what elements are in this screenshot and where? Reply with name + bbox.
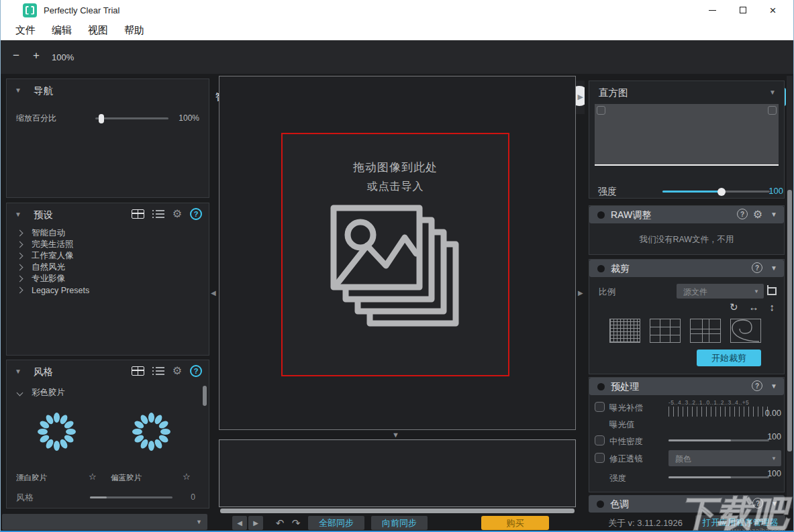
gear-icon[interactable]: ⚙ bbox=[172, 209, 182, 219]
maximize-button[interactable] bbox=[728, 0, 758, 20]
slider-knob[interactable] bbox=[99, 114, 104, 123]
style-thumb-label[interactable]: 漂白胶片 bbox=[16, 473, 47, 483]
right-panel-scrollbar[interactable] bbox=[787, 76, 793, 509]
section-enabled-led[interactable] bbox=[597, 265, 605, 272]
grid-view-icon[interactable] bbox=[132, 209, 144, 219]
minimize-button[interactable] bbox=[697, 0, 728, 20]
highlight-clip-toggle[interactable] bbox=[768, 106, 777, 115]
styles-header[interactable]: ▼ 风格 ⚙ ? bbox=[7, 360, 209, 382]
help-icon[interactable]: ? bbox=[752, 380, 762, 391]
tab-scroll-right-icon[interactable]: ▶ bbox=[578, 93, 583, 101]
presets-header[interactable]: ▼ 预设 ⚙ ? bbox=[7, 203, 209, 225]
collapse-left-panel-icon[interactable]: ◀ bbox=[211, 289, 216, 297]
navigation-header[interactable]: ▼ 导航 bbox=[7, 79, 209, 101]
flip-horizontal-icon[interactable]: ↔ bbox=[749, 301, 759, 313]
favorite-star-icon[interactable]: ☆ bbox=[183, 472, 191, 482]
raw-header[interactable]: RAW调整 ? ⚙ ▼ bbox=[589, 206, 784, 223]
lens-dropdown[interactable]: 颜色 ▼ bbox=[668, 450, 781, 466]
grid-thirds-button[interactable] bbox=[650, 319, 681, 343]
lens-checkbox[interactable] bbox=[595, 453, 605, 463]
collapse-icon[interactable]: ▼ bbox=[771, 211, 777, 218]
exposure-checkbox[interactable] bbox=[595, 402, 605, 412]
start-crop-button[interactable]: 开始裁剪 bbox=[697, 350, 761, 366]
style-thumb-label[interactable]: 偏蓝胶片 bbox=[111, 473, 142, 483]
zoom-percent-slider[interactable] bbox=[95, 117, 168, 119]
filmstrip-collapse-icon[interactable]: ▼ bbox=[392, 431, 399, 439]
next-image-button[interactable]: ▶ bbox=[248, 516, 263, 530]
collapse-right-panel-icon[interactable]: ▶ bbox=[578, 289, 583, 297]
grid-golden-button[interactable] bbox=[690, 319, 721, 343]
preset-item-legacy[interactable]: Legacy Presets bbox=[17, 284, 89, 296]
help-icon[interactable]: ? bbox=[737, 209, 748, 219]
sync-forward-button[interactable]: 向前同步 bbox=[371, 516, 428, 530]
collapse-icon[interactable]: ▼ bbox=[771, 382, 777, 390]
filmstrip-scrollbar[interactable] bbox=[220, 509, 575, 513]
menu-file[interactable]: 文件 bbox=[7, 20, 44, 40]
buy-button[interactable]: 购买 bbox=[481, 516, 549, 530]
crop-header[interactable]: 裁剪 ? ▼ bbox=[589, 260, 784, 277]
redo-button[interactable]: ↷ bbox=[289, 516, 303, 530]
styles-scrollbar[interactable] bbox=[203, 386, 207, 406]
preset-item-perfect-life[interactable]: 完美生活照 bbox=[17, 239, 74, 250]
gear-icon[interactable]: ⚙ bbox=[753, 209, 762, 220]
exposure-ruler[interactable]: -5..4..3..2..1..0..1..2..3..4..+5 bbox=[668, 399, 769, 417]
slider-knob[interactable] bbox=[717, 188, 726, 196]
nd-checkbox[interactable] bbox=[595, 435, 605, 445]
collapse-icon[interactable]: ▼ bbox=[771, 264, 777, 272]
style-group-color-film[interactable]: 彩色胶片 bbox=[17, 387, 65, 398]
chevron-down-icon: ▼ bbox=[771, 456, 777, 462]
pre-strength-slider[interactable] bbox=[668, 476, 769, 478]
close-button[interactable]: × bbox=[758, 0, 788, 20]
gear-icon[interactable]: ⚙ bbox=[172, 366, 182, 376]
undo-button[interactable]: ↶ bbox=[272, 516, 287, 530]
flip-vertical-icon[interactable]: ↕ bbox=[770, 301, 775, 313]
zoom-out-button[interactable]: − bbox=[13, 49, 19, 62]
image-drop-zone[interactable]: 拖动图像到此处 或点击导入 bbox=[281, 133, 509, 376]
shadow-clip-toggle[interactable] bbox=[597, 106, 605, 115]
preset-item-smart-auto[interactable]: 智能自动 bbox=[17, 227, 65, 239]
grid-view-icon[interactable] bbox=[132, 366, 144, 376]
favorite-star-icon[interactable]: ☆ bbox=[89, 472, 97, 482]
help-icon[interactable]: ? bbox=[752, 262, 762, 273]
collapse-icon[interactable]: ▼ bbox=[771, 500, 778, 507]
grid-fine-button[interactable] bbox=[609, 319, 640, 343]
maximize-icon bbox=[740, 7, 746, 13]
rotate-icon[interactable]: ↻ bbox=[730, 301, 738, 313]
collapse-icon[interactable]: ▼ bbox=[769, 89, 776, 96]
list-view-icon[interactable] bbox=[152, 209, 164, 219]
preset-item-pro-photo[interactable]: 专业影像 bbox=[17, 273, 65, 284]
strength-slider[interactable] bbox=[662, 191, 770, 193]
style-slider[interactable] bbox=[90, 496, 172, 498]
prev-image-button[interactable]: ◀ bbox=[232, 516, 247, 530]
sync-all-button[interactable]: 全部同步 bbox=[308, 516, 364, 530]
menu-help[interactable]: 帮助 bbox=[116, 20, 152, 40]
menu-edit[interactable]: 编辑 bbox=[44, 20, 80, 40]
section-enabled-led[interactable] bbox=[597, 211, 605, 219]
preset-label: Legacy Presets bbox=[32, 286, 89, 295]
filmstrip-filter-dropdown[interactable]: ▼ bbox=[2, 514, 207, 530]
nd-slider[interactable] bbox=[668, 439, 769, 441]
help-icon[interactable]: ? bbox=[752, 498, 763, 509]
collapse-icon[interactable]: ▼ bbox=[15, 87, 21, 94]
scrollbar-thumb[interactable] bbox=[787, 190, 792, 451]
section-enabled-led[interactable] bbox=[597, 383, 605, 390]
grid-spiral-button[interactable] bbox=[730, 319, 761, 343]
tone-section: 色调 ? ▼ bbox=[589, 495, 785, 513]
preset-item-nature[interactable]: 自然风光 bbox=[17, 262, 65, 273]
drop-text-line1: 拖动图像到此处 bbox=[283, 160, 508, 175]
crop-icon[interactable] bbox=[765, 285, 777, 297]
collapse-icon[interactable]: ▼ bbox=[15, 211, 21, 218]
help-icon[interactable]: ? bbox=[190, 365, 202, 377]
help-icon[interactable]: ? bbox=[190, 208, 202, 220]
tone-header[interactable]: 色调 ? ▼ bbox=[589, 495, 785, 513]
histogram-header[interactable]: 直方图 ▼ bbox=[589, 81, 784, 103]
open-app-manager-link[interactable]: 打开应用程序管理器 bbox=[695, 515, 785, 530]
preprocess-header[interactable]: 预处理 ? ▼ bbox=[589, 378, 784, 395]
menu-view[interactable]: 视图 bbox=[80, 20, 116, 40]
list-view-icon[interactable] bbox=[152, 366, 164, 376]
preset-item-studio-portrait[interactable]: 工作室人像 bbox=[17, 250, 74, 262]
section-enabled-led[interactable] bbox=[597, 500, 604, 508]
ratio-dropdown[interactable]: 源文件 ▼ bbox=[677, 284, 764, 299]
collapse-icon[interactable]: ▼ bbox=[15, 368, 21, 375]
zoom-in-button[interactable]: + bbox=[33, 49, 40, 62]
